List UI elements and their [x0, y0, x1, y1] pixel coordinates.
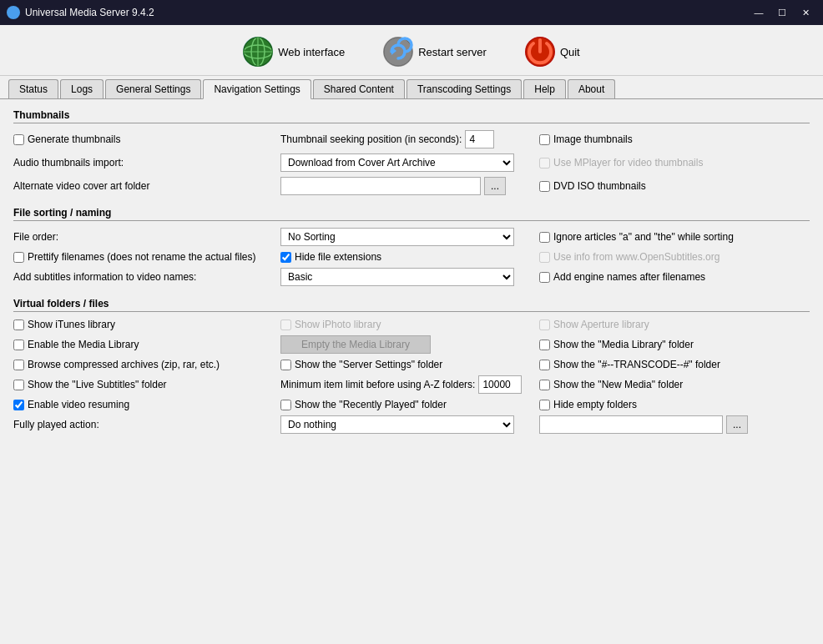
file-order-label: File order:	[13, 231, 58, 243]
generate-thumbnails-checkbox[interactable]	[13, 134, 24, 145]
audio-thumbnails-label: Audio thumbnails import:	[13, 157, 124, 169]
empty-media-library-button[interactable]: Empty the Media Library	[280, 335, 431, 354]
tab-shared-content[interactable]: Shared Content	[313, 79, 405, 98]
use-opensubtitles-check-group: Use info from www.OpenSubtitles.org	[539, 251, 810, 263]
show-aperture-label: Show Aperture library	[553, 319, 649, 330]
title-bar-left: Universal Media Server 9.4.2	[7, 6, 154, 19]
web-interface-icon	[243, 37, 273, 67]
show-iphoto-checkbox[interactable]	[280, 319, 291, 330]
generate-thumbnails-check-group: Generate thumbnails	[13, 133, 280, 145]
add-engine-names-checkbox[interactable]	[539, 272, 550, 283]
minimize-button[interactable]: —	[748, 4, 770, 21]
filesorting-row2: Prettify filenames (does not rename the …	[13, 251, 810, 263]
hide-extensions-checkbox[interactable]	[280, 252, 291, 263]
show-itunes-check-group: Show iTunes library	[13, 319, 280, 330]
show-aperture-checkbox[interactable]	[539, 319, 550, 330]
prettify-label: Prettify filenames (does not rename the …	[28, 251, 255, 263]
min-item-limit-label: Minimum item limit before using A-Z fold…	[280, 379, 475, 390]
tab-navigation-settings[interactable]: Navigation Settings	[203, 79, 311, 99]
show-media-library-folder-check-group: Show the "Media Library" folder	[539, 339, 810, 350]
tab-about[interactable]: About	[568, 79, 615, 98]
generate-thumbnails-label: Generate thumbnails	[28, 133, 120, 145]
alternate-video-browse-button[interactable]: ...	[484, 177, 506, 195]
restart-server-button[interactable]: Restart server	[376, 33, 493, 70]
virtualfolders-row4: Show the "Live Subtitles" folder Minimum…	[13, 375, 810, 394]
virtual-folders-section: Virtual folders / files Show iTunes libr…	[13, 298, 810, 434]
show-server-settings-check-group: Show the "Server Settings" folder	[280, 359, 539, 370]
hide-extensions-label: Hide file extensions	[295, 251, 381, 263]
ignore-articles-check-group: Ignore articles "a" and "the" while sort…	[539, 231, 810, 243]
virtual-folders-title: Virtual folders / files	[13, 298, 810, 312]
show-server-settings-checkbox[interactable]	[280, 360, 291, 370]
file-order-select[interactable]: No Sorting Alphabetical By Date By Size	[280, 228, 514, 246]
audio-thumbnails-select[interactable]: Download from Cover Art Archive None Fro…	[280, 153, 514, 172]
show-recently-played-checkbox[interactable]	[280, 400, 291, 410]
app-title: Universal Media Server 9.4.2	[25, 7, 154, 18]
enable-media-library-label: Enable the Media Library	[28, 339, 139, 350]
ignore-articles-checkbox[interactable]	[539, 232, 550, 243]
ignore-articles-label: Ignore articles "a" and "the" while sort…	[553, 231, 734, 243]
virtualfolders-row1: Show iTunes library Show iPhoto library …	[13, 319, 810, 330]
fully-played-browse-button[interactable]: ...	[726, 415, 748, 434]
filesorting-row3: Add subtitles information to video names…	[13, 268, 810, 286]
image-thumbnails-check-group: Image thumbnails	[539, 133, 810, 145]
virtualfolders-row2: Enable the Media Library Empty the Media…	[13, 335, 810, 354]
tab-logs[interactable]: Logs	[60, 79, 104, 98]
fully-played-folder-input[interactable]	[539, 415, 723, 434]
dvd-iso-checkbox[interactable]	[539, 181, 550, 192]
file-sorting-section: File sorting / naming File order: No Sor…	[13, 207, 810, 286]
add-engine-names-label: Add engine names after filenames	[553, 271, 705, 283]
content-area: Thumbnails Generate thumbnails Thumbnail…	[0, 99, 823, 644]
enable-video-resuming-checkbox[interactable]	[13, 400, 24, 410]
tab-help[interactable]: Help	[523, 79, 566, 98]
main-window: Web interface Restart server	[0, 25, 823, 644]
use-opensubtitles-label: Use info from www.OpenSubtitles.org	[553, 251, 719, 263]
add-subtitles-select[interactable]: Basic Full None	[280, 268, 514, 286]
show-new-media-checkbox[interactable]	[539, 380, 550, 390]
show-aperture-check-group: Show Aperture library	[539, 319, 810, 330]
tab-transcoding-settings[interactable]: Transcoding Settings	[406, 79, 522, 98]
use-mplayer-checkbox[interactable]	[539, 158, 550, 169]
show-transcode-check-group: Show the "#--TRANSCODE--#" folder	[539, 359, 810, 370]
alternate-video-input[interactable]	[280, 177, 481, 195]
thumbnails-section: Thumbnails Generate thumbnails Thumbnail…	[13, 109, 810, 195]
min-item-limit-input[interactable]	[478, 375, 522, 394]
web-interface-button[interactable]: Web interface	[236, 33, 351, 70]
file-sorting-title: File sorting / naming	[13, 207, 810, 221]
show-transcode-label: Show the "#--TRANSCODE--#" folder	[553, 359, 720, 370]
filesorting-row1: File order: No Sorting Alphabetical By D…	[13, 228, 810, 246]
browse-compressed-checkbox[interactable]	[13, 360, 24, 370]
show-live-subtitles-checkbox[interactable]	[13, 380, 24, 390]
thumbnails-row3: Alternate video cover art folder ... DVD…	[13, 177, 810, 195]
tab-status[interactable]: Status	[8, 79, 58, 98]
tab-general-settings[interactable]: General Settings	[105, 79, 201, 98]
show-recently-played-label: Show the "Recently Played" folder	[295, 399, 447, 410]
add-engine-names-check-group: Add engine names after filenames	[539, 271, 810, 283]
use-opensubtitles-checkbox[interactable]	[539, 252, 550, 263]
quit-button[interactable]: Quit	[518, 33, 587, 70]
thumbnails-section-title: Thumbnails	[13, 109, 810, 123]
show-recently-played-check-group: Show the "Recently Played" folder	[280, 399, 539, 410]
maximize-button[interactable]: ☐	[771, 4, 793, 21]
show-live-subtitles-check-group: Show the "Live Subtitles" folder	[13, 379, 280, 390]
hide-extensions-check-group: Hide file extensions	[280, 251, 539, 263]
hide-empty-folders-check-group: Hide empty folders	[539, 399, 810, 410]
enable-video-resuming-check-group: Enable video resuming	[13, 399, 280, 410]
fully-played-select[interactable]: Do nothing Mark as played Move to folder	[280, 415, 514, 434]
dvd-iso-check-group: DVD ISO thumbnails	[539, 180, 810, 192]
enable-media-library-checkbox[interactable]	[13, 340, 24, 350]
show-new-media-label: Show the "New Media" folder	[553, 379, 683, 390]
show-media-library-folder-checkbox[interactable]	[539, 340, 550, 350]
prettify-checkbox[interactable]	[13, 252, 24, 263]
close-button[interactable]: ✕	[795, 4, 816, 21]
show-transcode-checkbox[interactable]	[539, 360, 550, 370]
show-server-settings-label: Show the "Server Settings" folder	[295, 359, 442, 370]
show-itunes-checkbox[interactable]	[13, 319, 24, 330]
hide-empty-folders-checkbox[interactable]	[539, 400, 550, 410]
image-thumbnails-label: Image thumbnails	[553, 133, 633, 145]
thumbnail-seeking-input[interactable]	[465, 130, 494, 148]
image-thumbnails-checkbox[interactable]	[539, 134, 550, 145]
quit-icon	[525, 37, 555, 67]
show-iphoto-check-group: Show iPhoto library	[280, 319, 539, 330]
use-mplayer-label: Use MPlayer for video thumbnails	[553, 157, 703, 169]
